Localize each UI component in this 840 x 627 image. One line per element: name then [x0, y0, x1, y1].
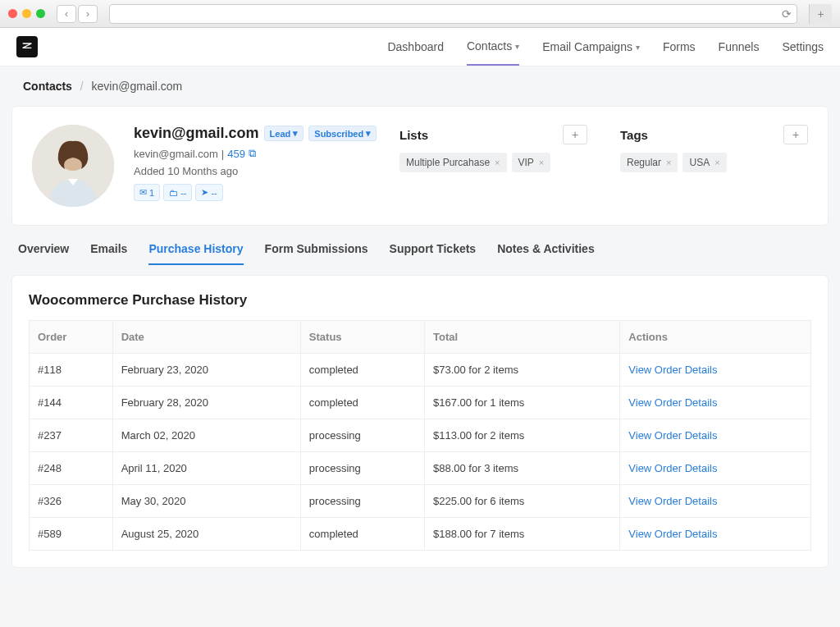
th-date: Date [112, 321, 300, 354]
chevron-down-icon: ▾ [636, 43, 640, 52]
th-actions: Actions [620, 321, 811, 354]
maximize-window-icon[interactable] [36, 9, 45, 18]
cell-order: #589 [30, 518, 113, 551]
cell-order: #144 [30, 387, 113, 419]
profile-card: kevin@gmail.com Lead ▾ Subscribed ▾ kevi… [11, 106, 829, 226]
tab-support-tickets[interactable]: Support Tickets [390, 242, 477, 265]
cell-order: #248 [30, 452, 113, 485]
view-order-link[interactable]: View Order Details [628, 364, 717, 376]
cell-order: #237 [30, 419, 113, 452]
remove-icon[interactable]: × [539, 158, 544, 167]
subscribed-pill[interactable]: Subscribed ▾ [308, 126, 377, 141]
tab-notes-activities[interactable]: Notes & Activities [497, 242, 595, 265]
nav-forms[interactable]: Forms [663, 39, 696, 54]
tab-form-submissions[interactable]: Form Submissions [265, 242, 368, 265]
nav-email-campaigns[interactable]: Email Campaigns▾ [542, 39, 640, 54]
minimize-window-icon[interactable] [22, 9, 31, 18]
nav-settings[interactable]: Settings [782, 39, 824, 54]
cell-date: February 28, 2020 [112, 387, 300, 419]
cell-status: completed [300, 387, 424, 419]
close-window-icon[interactable] [8, 9, 17, 18]
table-row: #589August 25, 2020completed$188.00 for … [30, 518, 811, 551]
table-row: #237March 02, 2020processing$113.00 for … [30, 419, 811, 452]
cell-action: View Order Details [620, 354, 811, 387]
th-total: Total [424, 321, 619, 354]
forward-button[interactable]: › [78, 5, 98, 23]
cell-order: #118 [30, 354, 113, 387]
th-order: Order [30, 321, 113, 354]
tab-purchase-history[interactable]: Purchase History [148, 242, 243, 265]
cell-action: View Order Details [620, 518, 811, 551]
list-chip[interactable]: Multiple Purcahase× [399, 153, 507, 172]
table-row: #144February 28, 2020completed$167.00 fo… [30, 387, 811, 419]
breadcrumb-root[interactable]: Contacts [23, 80, 72, 93]
new-tab-button[interactable]: + [809, 4, 832, 24]
cell-status: processing [300, 419, 424, 452]
cell-total: $225.00 for 6 items [424, 485, 619, 518]
send-count[interactable]: ➤ -- [195, 184, 222, 201]
view-order-link[interactable]: View Order Details [628, 495, 717, 507]
add-list-button[interactable]: + [563, 125, 587, 144]
cell-action: View Order Details [620, 452, 811, 485]
tag-chip[interactable]: Regular× [620, 153, 678, 172]
cell-date: February 23, 2020 [112, 354, 300, 387]
url-bar[interactable]: ⟳ [109, 4, 797, 24]
remove-icon[interactable]: × [714, 158, 719, 167]
cell-status: processing [300, 485, 424, 518]
chevron-down-icon: ▾ [515, 42, 519, 51]
lead-pill[interactable]: Lead ▾ [264, 126, 304, 141]
list-chip[interactable]: VIP× [512, 153, 551, 172]
breadcrumb: Contacts / kevin@gmail.com [11, 66, 829, 106]
folder-count[interactable]: 🗀 -- [163, 184, 192, 201]
tab-emails[interactable]: Emails [90, 242, 127, 265]
cell-total: $88.00 for 3 items [424, 452, 619, 485]
cell-date: April 11, 2020 [112, 452, 300, 485]
orders-table: Order Date Status Total Actions #118Febr… [29, 320, 811, 551]
nav-dashboard[interactable]: Dashboard [387, 39, 444, 54]
mail-count[interactable]: ✉ 1 [134, 184, 160, 201]
view-order-link[interactable]: View Order Details [628, 429, 717, 442]
reload-icon[interactable]: ⟳ [782, 7, 792, 21]
cell-total: $73.00 for 2 items [424, 354, 619, 387]
nav-funnels[interactable]: Funnels [719, 39, 760, 54]
cell-action: View Order Details [620, 485, 811, 518]
remove-icon[interactable]: × [495, 158, 500, 167]
contact-name: kevin@gmail.com [134, 125, 259, 142]
cell-status: completed [300, 354, 424, 387]
breadcrumb-current: kevin@gmail.com [92, 80, 183, 93]
app-logo[interactable] [16, 36, 38, 57]
lists-heading: Lists [399, 128, 428, 142]
add-tag-button[interactable]: + [783, 125, 808, 144]
contact-id-link[interactable]: 459 [227, 148, 245, 160]
contact-email: kevin@gmail.com [134, 148, 218, 160]
panel-title: Woocommerce Purchase History [29, 292, 811, 309]
cell-total: $167.00 for 1 items [424, 387, 619, 419]
table-row: #326May 30, 2020processing$225.00 for 6 … [30, 485, 811, 518]
view-order-link[interactable]: View Order Details [628, 396, 717, 409]
cell-total: $188.00 for 7 items [424, 518, 619, 551]
table-row: #248April 11, 2020processing$88.00 for 3… [30, 452, 811, 485]
back-button[interactable]: ‹ [57, 5, 76, 23]
added-date: Added 10 Months ago [134, 165, 380, 177]
cell-total: $113.00 for 2 items [424, 419, 619, 452]
cell-date: May 30, 2020 [112, 485, 300, 518]
cell-order: #326 [30, 485, 113, 518]
external-link-icon[interactable]: ⧉ [249, 147, 256, 160]
browser-chrome: ‹ › ⟳ + [0, 0, 840, 28]
cell-action: View Order Details [620, 419, 811, 452]
tab-overview[interactable]: Overview [18, 242, 69, 265]
table-row: #118February 23, 2020completed$73.00 for… [30, 354, 811, 387]
tag-chip[interactable]: USA× [682, 153, 726, 172]
window-controls [8, 9, 45, 18]
view-order-link[interactable]: View Order Details [628, 462, 717, 474]
nav-contacts[interactable]: Contacts▾ [467, 39, 519, 66]
remove-icon[interactable]: × [666, 158, 671, 167]
view-order-link[interactable]: View Order Details [628, 528, 717, 540]
th-status: Status [300, 321, 424, 354]
cell-status: completed [300, 518, 424, 551]
tags-heading: Tags [620, 128, 648, 142]
contact-tabs: Overview Emails Purchase History Form Su… [11, 226, 829, 265]
cell-status: processing [300, 452, 424, 485]
purchase-history-panel: Woocommerce Purchase History Order Date … [11, 275, 829, 568]
cell-action: View Order Details [620, 387, 811, 419]
